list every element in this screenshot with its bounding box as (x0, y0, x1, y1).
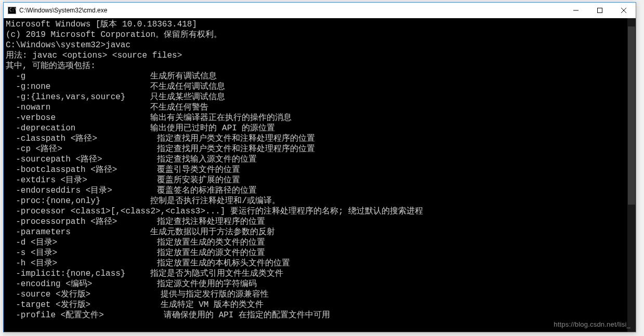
close-button[interactable] (612, 3, 636, 18)
terminal-line: -implicit:{none,class} 指定是否为隐式引用文件生成类文件 (6, 268, 636, 279)
terminal-line: -processor <class1>[,<class2>,<class3>..… (6, 206, 636, 217)
terminal-line: -nowarn 不生成任何警告 (6, 102, 636, 113)
terminal-line: -extdirs <目录> 覆盖所安装扩展的位置 (6, 175, 636, 185)
terminal-line: -cp <路径> 指定查找用户类文件和注释处理程序的位置 (6, 144, 636, 154)
terminal-line: -h <目录> 指定放置生成的本机标头文件的位置 (6, 258, 636, 268)
scrollbar[interactable] (627, 18, 636, 332)
terminal-line: -target <发行版> 生成特定 VM 版本的类文件 (6, 300, 636, 310)
terminal-line: -processorpath <路径> 指定查找注释处理程序的位置 (6, 217, 636, 227)
terminal-line: -deprecation 输出使用已过时的 API 的源位置 (6, 123, 636, 133)
terminal-line: -profile <配置文件> 请确保使用的 API 在指定的配置文件中可用 (6, 310, 636, 320)
cmd-icon: C:\ (8, 6, 16, 15)
terminal-line: -d <目录> 指定放置生成的类文件的位置 (6, 237, 636, 248)
cmd-window: C:\ C:\Windows\System32\cmd.exe Microsof… (3, 2, 636, 332)
scrollbar-thumb[interactable] (628, 26, 635, 205)
terminal-line: 其中, 可能的选项包括: (6, 61, 636, 71)
terminal-line: -g:{lines,vars,source} 只生成某些调试信息 (6, 92, 636, 102)
svg-text:C:\: C:\ (9, 8, 16, 12)
scrollbar-track[interactable] (627, 26, 636, 324)
window-controls (564, 3, 636, 18)
terminal-line: 用法: javac <options> <source files> (6, 50, 636, 61)
terminal-line: -classpath <路径> 指定查找用户类文件和注释处理程序的位置 (6, 133, 636, 144)
terminal-line: -endorseddirs <目录> 覆盖签名的标准路径的位置 (6, 185, 636, 196)
titlebar[interactable]: C:\ C:\Windows\System32\cmd.exe (4, 3, 636, 18)
terminal-line: Microsoft Windows [版本 10.0.18363.418] (6, 19, 636, 30)
terminal-line: -g:none 不生成任何调试信息 (6, 82, 636, 92)
terminal-line: -proc:{none,only} 控制是否执行注释处理和/或编译。 (6, 196, 636, 206)
window-title: C:\Windows\System32\cmd.exe (19, 7, 564, 14)
watermark: https://blog.csdn.net/lisi_ (554, 319, 630, 330)
terminal-line: -source <发行版> 提供与指定发行版的源兼容性 (6, 289, 636, 300)
svg-rect-3 (598, 8, 602, 13)
terminal-line: (c) 2019 Microsoft Corporation。保留所有权利。 (6, 30, 636, 40)
terminal-output[interactable]: Microsoft Windows [版本 10.0.18363.418](c)… (4, 18, 636, 332)
terminal-line: -g 生成所有调试信息 (6, 71, 636, 82)
terminal-line: -s <目录> 指定放置生成的源文件的位置 (6, 248, 636, 258)
terminal-line: -sourcepath <路径> 指定查找输入源文件的位置 (6, 154, 636, 165)
terminal-line: -bootclasspath <路径> 覆盖引导类文件的位置 (6, 165, 636, 175)
minimize-button[interactable] (564, 3, 588, 18)
maximize-button[interactable] (588, 3, 612, 18)
terminal-line: -verbose 输出有关编译器正在执行的操作的消息 (6, 113, 636, 123)
terminal-line: C:\Windows\system32>javac (6, 40, 636, 50)
terminal-line: -parameters 生成元数据以用于方法参数的反射 (6, 227, 636, 237)
terminal-line: -encoding <编码> 指定源文件使用的字符编码 (6, 279, 636, 289)
